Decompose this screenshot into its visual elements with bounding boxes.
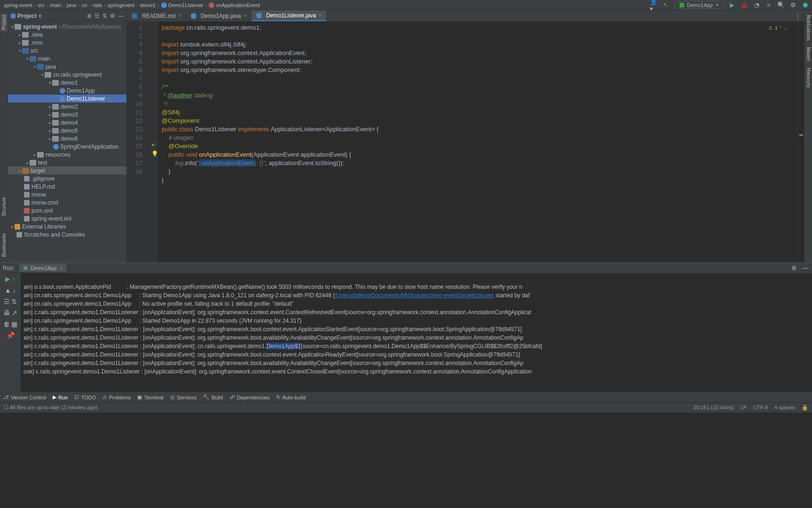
crumb-main[interactable]: main [49,2,66,8]
btn-terminal[interactable]: ▣ Terminal [137,394,164,400]
stop-icon[interactable]: ▲ ↓ [5,286,16,294]
project-tree[interactable]: ▾spring-event ~/Documents/MySpace/s ▸.id… [8,22,126,262]
btn-services[interactable]: ◎ Services [170,394,196,400]
tab-demo1listener[interactable]: Demo1Listener.java× [251,10,327,21]
bulb-icon[interactable]: 💡 [151,151,158,157]
sidebar-title[interactable]: Project ▾ [11,13,41,19]
tree-file-springeventapp[interactable]: SpringEventApplication [8,143,126,151]
error-stripe[interactable] [797,22,804,262]
run-config-selector[interactable]: Demo1App▾ [674,1,724,9]
tree-item[interactable]: ▸.idea [8,31,126,39]
btn-build[interactable]: 🔨 Build [203,394,223,400]
pin-icon[interactable]: 📌 [7,332,15,339]
btn-deps[interactable]: ☍ Dependencies [230,394,270,400]
gear-icon[interactable]: ⚙ [789,1,797,9]
tree-item-target[interactable]: ▸target [8,167,126,175]
line-gutter[interactable]: 123456789101112131415161718 [127,22,150,262]
crumb-java[interactable]: java [66,2,81,8]
run-icon[interactable]: ▶ [728,1,736,9]
tree-file-demo1listener[interactable]: Demo1Listener [8,95,126,103]
tree-file-demo1app[interactable]: Demo1App [8,87,126,95]
tree-item[interactable]: ▸demo5 [8,127,126,135]
delete-icon[interactable]: 🗑 ▦ [3,320,18,328]
status-indent[interactable]: 4 spaces [774,405,795,411]
close-icon[interactable]: × [59,265,62,271]
stop-icon[interactable]: ■ [765,1,773,9]
crumb-demo1[interactable]: demo1 [139,2,160,8]
close-icon[interactable]: × [244,13,247,18]
tree-file[interactable]: mvnw.cmd [8,198,126,206]
layout-icon[interactable]: ☰ ⇅ [4,298,17,305]
console-output[interactable]: ain] o.s.boot.system.ApplicationPid : Ma… [21,273,812,392]
tab-readme[interactable]: README.md× [127,10,186,21]
tree-file[interactable]: pom.xml [8,206,126,214]
tree-file[interactable]: spring-event.iml [8,214,126,222]
close-icon[interactable]: × [319,13,321,18]
status-line-ending[interactable]: LF [741,405,747,411]
tree-file[interactable]: .gitignore [8,175,126,183]
code-area[interactable]: 1 ^ ⌄ package cn.rails.springevent.demo1… [158,22,797,262]
settings-icon[interactable]: ⚙ [110,13,115,19]
btn-autobuild[interactable]: ↻ Auto-build [276,394,306,400]
btn-todo[interactable]: ☑ TODO [74,394,96,400]
crumb-class[interactable]: Demo1Listener [160,2,208,8]
tree-item[interactable]: ▸demo6 [8,135,126,143]
tool-structure[interactable]: Structure [0,195,8,218]
tool-notifications[interactable]: Notifications [805,13,812,42]
crumb-rails[interactable]: rails [92,2,107,8]
status-caret[interactable]: 20:161 (10 chars) [694,405,734,411]
warning-mark[interactable] [799,135,803,135]
tree-file[interactable]: mvnw [8,190,126,198]
btn-run[interactable]: ▶ Run [53,394,68,400]
tool-maven[interactable]: Maven [805,45,812,63]
status-encoding[interactable]: UTF-8 [753,405,768,411]
coverage-icon[interactable]: ◔ [753,1,760,9]
tree-item[interactable]: ▾main [8,55,126,63]
tool-project[interactable]: Project [0,13,8,32]
btn-vcs[interactable]: ⎇ Version Control [3,394,46,400]
print-icon[interactable]: 🖶 ↗ [3,309,17,317]
path-link[interactable]: /Users/dafeng/Documents/MySpace/spring-e… [335,292,494,299]
run-tab[interactable]: ▣Demo1App× [19,264,66,272]
collapse-icon[interactable]: ⇅ [102,13,107,19]
close-icon[interactable]: × [178,13,181,18]
tree-root[interactable]: ▾spring-event ~/Documents/MySpace/s [8,23,126,31]
tree-scratches[interactable]: Scratches and Consoles [8,230,126,238]
lock-icon[interactable]: 🔓 [802,405,808,411]
tab-demo1app[interactable]: Demo1App.java× [186,10,251,21]
override-gutter-icon[interactable]: ●I [151,142,156,147]
tool-bookmarks[interactable]: Bookmarks [0,231,8,259]
user-icon[interactable]: 👤▾ [650,1,657,9]
tree-item[interactable]: ▸test [8,159,126,167]
tree-item[interactable]: ▸demo2 [8,103,126,111]
gear-icon[interactable]: ⚙ [790,264,798,272]
hammer-icon[interactable]: ↖ [662,1,670,9]
minimize-icon[interactable]: — [118,13,124,19]
tree-item[interactable]: ▾java [8,63,126,71]
tree-item[interactable]: ▾cn.rails.springevent [8,71,126,79]
crumb-project[interactable]: spring-event [3,2,37,8]
tool-hierarchy[interactable]: Hierarchy [805,66,812,90]
tree-item[interactable]: ▸.mvn [8,39,126,47]
tree-item[interactable]: ▸resources [8,151,126,159]
locate-icon[interactable]: ⊕ [87,13,92,19]
crumb-springevent[interactable]: springevent [107,2,139,8]
tree-item[interactable]: ▾src [8,47,126,55]
crumb-src[interactable]: src [37,2,49,8]
crumb-cn[interactable]: cn [81,2,92,8]
tree-item[interactable]: ▾demo1 [8,79,126,87]
inspection-widget[interactable]: 1 ^ ⌄ [768,24,788,32]
editor-body[interactable]: 123456789101112131415161718 ●I 💡 1 ^ ⌄ p… [127,22,804,262]
more-icon[interactable]: ⋮ [794,12,801,20]
tree-file[interactable]: HELP.md [8,183,126,190]
tree-item[interactable]: ▸demo4 [8,119,126,127]
tree-external-libs[interactable]: ▸External Libraries [8,222,126,230]
expand-icon[interactable]: ☱ [94,13,100,19]
search-icon[interactable]: 🔍 [777,1,785,9]
gutter-marks[interactable]: ●I 💡 [150,22,158,262]
debug-icon[interactable]: 🐞 [741,1,748,9]
crumb-method[interactable]: onApplicationEvent [208,2,263,8]
rerun-icon[interactable]: ▶ ↑ [5,275,16,283]
avatar-icon[interactable] [802,1,809,9]
minimize-icon[interactable]: — [802,264,809,272]
